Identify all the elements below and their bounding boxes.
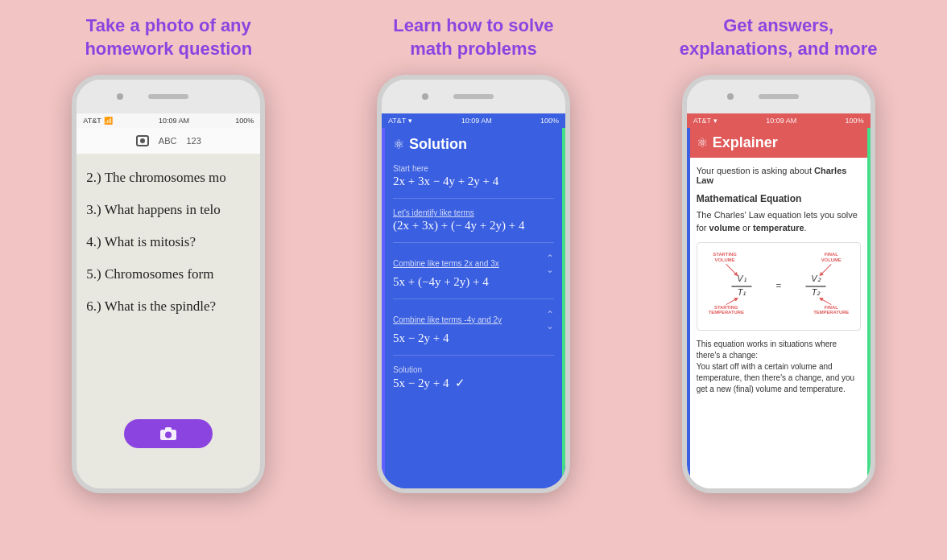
battery-1: 100% bbox=[235, 117, 254, 125]
explainer-header: ⚛ Explainer bbox=[687, 128, 870, 158]
divider-3 bbox=[393, 299, 554, 299]
toolbar-text-123: 123 bbox=[186, 136, 201, 146]
step-1-expr: 2x + 3x − 4y + 2y + 4 bbox=[393, 175, 554, 188]
hw-item-4: 5.) Chromosomes form bbox=[86, 258, 250, 290]
phone-3-camera-dot bbox=[727, 93, 734, 100]
toolbar-text-abc: ABC bbox=[159, 136, 177, 146]
accent-left-2 bbox=[382, 128, 385, 488]
svg-text:=: = bbox=[775, 279, 781, 290]
explainer-body: Your question is asking about Charles La… bbox=[687, 158, 870, 488]
phone-3-top bbox=[687, 80, 870, 113]
svg-text:VOLUME: VOLUME bbox=[821, 257, 841, 262]
accent-left-3 bbox=[687, 128, 690, 488]
svg-text:STARTING: STARTING bbox=[713, 252, 737, 257]
svg-text:VOLUME: VOLUME bbox=[714, 257, 734, 262]
column-2-title: Learn how to solve math problems bbox=[393, 14, 553, 60]
step-3-arrow: ⌃⌄ bbox=[546, 253, 554, 275]
battery-2: 100% bbox=[540, 117, 559, 125]
svg-text:V₁: V₁ bbox=[737, 274, 746, 283]
phone-3: AT&T ▾ 10:09 AM 100% ⚛ Explainer Your qu… bbox=[682, 75, 875, 493]
svg-text:T₂: T₂ bbox=[811, 287, 821, 297]
svg-text:FINAL: FINAL bbox=[824, 305, 838, 310]
step-3-label: Combine like terms 2x and 3x bbox=[393, 259, 499, 268]
explainer-logo-icon: ⚛ bbox=[697, 135, 708, 150]
carrier-1: AT&T bbox=[83, 117, 101, 125]
accent-right-2 bbox=[562, 128, 565, 488]
column-1-title: Take a photo of any homework question bbox=[85, 14, 252, 60]
step-4-label: Combine like terms -4y and 2y bbox=[393, 315, 502, 324]
explainer-footer: This equation works in situations where … bbox=[697, 339, 861, 395]
solution-final-expr: 5x − 2y + 4 ✓ bbox=[393, 376, 554, 390]
hw-item-3: 4.) What is mitosis? bbox=[86, 226, 250, 258]
column-2: Learn how to solve math problems AT&T ▾ … bbox=[329, 14, 618, 493]
solution-final-step: Solution 5x − 2y + 4 ✓ bbox=[393, 365, 554, 390]
solution-title: Solution bbox=[409, 136, 467, 153]
svg-line-20 bbox=[726, 299, 736, 305]
solution-logo-icon: ⚛ bbox=[393, 137, 404, 152]
accent-right-3 bbox=[867, 128, 870, 488]
temperature-label: temperature bbox=[753, 223, 804, 233]
explainer-desc: The Charles' Law equation lets you solve… bbox=[697, 209, 861, 234]
svg-text:STARTING: STARTING bbox=[714, 305, 738, 310]
svg-line-15 bbox=[820, 264, 830, 274]
svg-text:TEMPERATURE: TEMPERATURE bbox=[813, 310, 849, 315]
solution-step-3: Combine like terms 2x and 3x ⌃⌄ 5x + (−4… bbox=[393, 253, 554, 289]
carrier-3: AT&T bbox=[693, 117, 711, 125]
phone-3-status-bar: AT&T ▾ 10:09 AM 100% bbox=[687, 113, 870, 128]
wifi-icon-1: 📶 bbox=[104, 117, 113, 125]
hw-item-1: 2.) The chromosomes mo bbox=[86, 162, 250, 194]
main-container: Take a photo of any homework question AT… bbox=[0, 0, 947, 560]
solution-step-4: Combine like terms -4y and 2y ⌃⌄ 5x − 2y… bbox=[393, 309, 554, 345]
svg-line-14 bbox=[726, 264, 736, 274]
camera-small-icon bbox=[136, 135, 149, 146]
solution-step-1: Start here 2x + 3x − 4y + 2y + 4 bbox=[393, 164, 554, 188]
charles-diagram: STARTING VOLUME FINAL VOLUME V₁ T₁ = bbox=[697, 242, 861, 331]
phone-1-speaker bbox=[148, 94, 188, 99]
svg-text:T₁: T₁ bbox=[737, 287, 746, 297]
column-1: Take a photo of any homework question AT… bbox=[23, 14, 313, 493]
battery-3: 100% bbox=[846, 117, 864, 125]
charles-law-label: Charles Law bbox=[697, 166, 847, 185]
svg-text:V₂: V₂ bbox=[811, 274, 821, 283]
divider-4 bbox=[393, 355, 554, 356]
svg-text:FINAL: FINAL bbox=[824, 252, 838, 257]
camera-button[interactable] bbox=[124, 419, 213, 448]
time-2: 10:09 AM bbox=[461, 117, 492, 125]
svg-line-21 bbox=[820, 299, 830, 305]
phone-2-status-bar: AT&T ▾ 10:09 AM 100% bbox=[382, 113, 565, 128]
camera-btn-container bbox=[77, 419, 260, 448]
phone-2-speaker bbox=[453, 94, 494, 99]
solution-final-label: Solution bbox=[393, 365, 554, 374]
solution-header: ⚛ Solution bbox=[382, 128, 565, 158]
phone-2-top bbox=[382, 80, 565, 113]
camera-toolbar: ABC 123 bbox=[77, 128, 260, 154]
hw-item-5: 6.) What is the spindle? bbox=[86, 290, 250, 323]
column-3: Get answers, explanations, and more AT&T… bbox=[634, 14, 924, 493]
phone-3-screen: ⚛ Explainer Your question is asking abou… bbox=[687, 128, 870, 488]
carrier-2: AT&T bbox=[388, 117, 406, 125]
phone-1-top bbox=[77, 80, 260, 113]
phone-2: AT&T ▾ 10:09 AM 100% ⚛ Solution bbox=[377, 75, 570, 493]
solution-step-2: Let's identify like terms (2x + 3x) + (−… bbox=[393, 208, 554, 233]
step-2-label: Let's identify like terms bbox=[393, 208, 554, 217]
step-4-expr: 5x − 2y + 4 bbox=[393, 331, 554, 345]
svg-point-1 bbox=[165, 432, 172, 439]
hw-item-2: 3.) What happens in telo bbox=[86, 194, 250, 226]
wifi-icon-3: ▾ bbox=[713, 117, 717, 125]
time-3: 10:09 AM bbox=[766, 117, 796, 125]
step-2-expr: (2x + 3x) + (− 4y + 2y) + 4 bbox=[393, 219, 554, 233]
divider-2 bbox=[393, 242, 554, 243]
phone-2-camera-dot bbox=[422, 93, 428, 100]
explainer-intro: Your question is asking about Charles La… bbox=[697, 166, 861, 185]
phone-1-screen: ABC 123 2.) The chromosomes mo 3.) What … bbox=[77, 128, 260, 488]
volume-label: volume bbox=[709, 223, 741, 233]
wifi-icon-2: ▾ bbox=[408, 117, 412, 125]
divider-1 bbox=[393, 198, 554, 199]
phone-3-speaker bbox=[759, 94, 799, 99]
time-1: 10:09 AM bbox=[159, 117, 189, 125]
phone-1-status-bar: AT&T 📶 10:09 AM 100% bbox=[77, 113, 260, 128]
solution-body: Start here 2x + 3x − 4y + 2y + 4 Let's i… bbox=[382, 158, 565, 488]
phone-2-screen: ⚛ Solution Start here 2x + 3x − 4y + 2y … bbox=[382, 128, 565, 488]
column-3-title: Get answers, explanations, and more bbox=[680, 14, 878, 60]
step-4-arrow: ⌃⌄ bbox=[546, 309, 554, 331]
